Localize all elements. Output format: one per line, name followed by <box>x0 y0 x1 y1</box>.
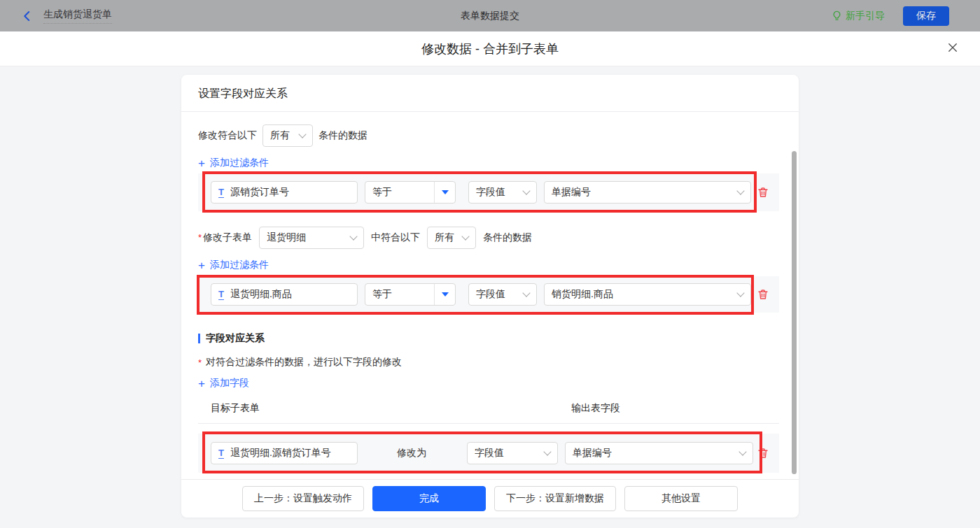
add-filter-condition-link[interactable]: + 添加过滤条件 <box>198 157 269 169</box>
dialog-body: 设置字段对应关系 修改符合以下 所有 条件的数据 + 添加过滤条件 T <box>0 66 980 527</box>
column-target-subform: 目标子表单 <box>211 402 260 413</box>
modal-header: 修改数据 - 合并到子表单 <box>0 31 980 66</box>
mapping-row: T 退货明细.源销货订单号 修改为 字段值 单据编号 <box>198 434 779 473</box>
filter-row-sub: T 退货明细.商品 等于 字段值 销货明细.商品 <box>198 276 779 313</box>
close-icon[interactable] <box>946 41 959 54</box>
subform-middle: 中符合以下 <box>371 231 420 244</box>
scroll-area: 修改符合以下 所有 条件的数据 + 添加过滤条件 T 源销货订单号 <box>181 112 799 479</box>
settings-card: 设置字段对应关系 修改符合以下 所有 条件的数据 + 添加过滤条件 T <box>181 75 799 518</box>
plus-icon: + <box>198 157 205 169</box>
chevron-down-icon <box>522 187 530 194</box>
required-mark: * <box>198 232 202 243</box>
main-filter-line: 修改符合以下 所有 条件的数据 <box>198 124 779 147</box>
value-type-select[interactable]: 字段值 <box>467 442 558 464</box>
topbar-title: 表单数据提交 <box>461 10 519 22</box>
chevron-down-icon <box>543 448 551 455</box>
beginner-guide-link[interactable]: 新手引导 <box>832 10 885 22</box>
topbar: 生成销货退货单 表单数据提交 新手引导 保存 <box>0 0 980 31</box>
subform-suffix: 条件的数据 <box>483 231 532 244</box>
scrollbar-thumb[interactable] <box>792 151 797 474</box>
back-nav[interactable]: 生成销货退货单 <box>21 8 112 24</box>
value-field-select[interactable]: 单据编号 <box>565 442 753 464</box>
operator-select[interactable]: 等于 <box>365 181 456 204</box>
mapping-column-headers: 目标子表单 输出表字段 <box>198 402 779 424</box>
mapping-section-title: 字段对应关系 <box>198 332 779 345</box>
back-label[interactable]: 生成销货退货单 <box>43 8 112 24</box>
next-step-button[interactable]: 下一步：设置新增数据 <box>494 486 616 511</box>
other-settings-button[interactable]: 其他设置 <box>624 486 738 511</box>
prev-step-button[interactable]: 上一步：设置触发动作 <box>242 486 364 511</box>
filter-row-main: T 源销货订单号 等于 字段值 单据编号 <box>198 173 779 211</box>
chevron-down-icon <box>349 232 357 240</box>
text-field-type-icon: T <box>218 448 224 459</box>
section-marker-bar <box>198 334 200 343</box>
match-mode-select[interactable]: 所有 <box>262 124 313 147</box>
subform-select[interactable]: 退货明细 <box>259 227 364 249</box>
add-sub-filter-condition-link[interactable]: + 添加过滤条件 <box>198 259 269 271</box>
modal-title: 修改数据 - 合并到子表单 <box>421 41 559 57</box>
plus-icon: + <box>198 259 205 271</box>
chevron-down-icon <box>736 289 744 297</box>
field-name-box[interactable]: T 退货明细.源销货订单号 <box>211 442 358 464</box>
chevron-down-icon <box>736 187 744 194</box>
add-field-link[interactable]: + 添加字段 <box>198 377 249 390</box>
caret-down-icon <box>434 182 455 203</box>
field-name-box[interactable]: T 退货明细.商品 <box>211 283 358 306</box>
main-filter-suffix: 条件的数据 <box>318 129 368 142</box>
chevron-down-icon <box>298 130 306 138</box>
guide-label: 新手引导 <box>846 10 885 22</box>
sub-match-mode-select[interactable]: 所有 <box>427 227 476 249</box>
chevron-down-icon <box>461 232 469 240</box>
text-field-type-icon: T <box>218 290 224 300</box>
save-button[interactable]: 保存 <box>903 6 949 26</box>
back-chevron-icon[interactable] <box>21 10 34 22</box>
value-type-select[interactable]: 字段值 <box>468 283 537 306</box>
subform-label: *修改子表单 <box>198 231 252 244</box>
operator-select[interactable]: 等于 <box>365 283 456 306</box>
trash-icon[interactable] <box>757 288 769 301</box>
done-button[interactable]: 完成 <box>372 486 486 511</box>
trash-icon[interactable] <box>757 186 769 199</box>
column-output-field: 输出表字段 <box>571 402 620 415</box>
caret-down-icon <box>434 284 455 305</box>
card-footer: 上一步：设置触发动作 完成 下一步：设置新增数据 其他设置 <box>181 479 799 518</box>
lightbulb-icon <box>832 10 842 21</box>
required-mark: * <box>198 357 202 368</box>
value-type-select[interactable]: 字段值 <box>468 181 537 204</box>
plus-icon: + <box>198 378 205 390</box>
chevron-down-icon <box>738 448 746 455</box>
value-field-select[interactable]: 销货明细.商品 <box>544 283 751 306</box>
value-field-select[interactable]: 单据编号 <box>544 181 751 204</box>
chevron-down-icon <box>522 289 530 297</box>
field-name-box[interactable]: T 源销货订单号 <box>211 181 358 204</box>
mapping-description: * 对符合过滤条件的数据，进行以下字段的修改 <box>198 356 779 369</box>
text-field-type-icon: T <box>218 187 224 198</box>
main-filter-prefix: 修改符合以下 <box>198 129 257 142</box>
subform-line: *修改子表单 退货明细 中符合以下 所有 条件的数据 <box>198 225 779 250</box>
modify-to-label: 修改为 <box>397 447 426 459</box>
card-title: 设置字段对应关系 <box>181 75 799 112</box>
trash-icon[interactable] <box>757 447 769 459</box>
